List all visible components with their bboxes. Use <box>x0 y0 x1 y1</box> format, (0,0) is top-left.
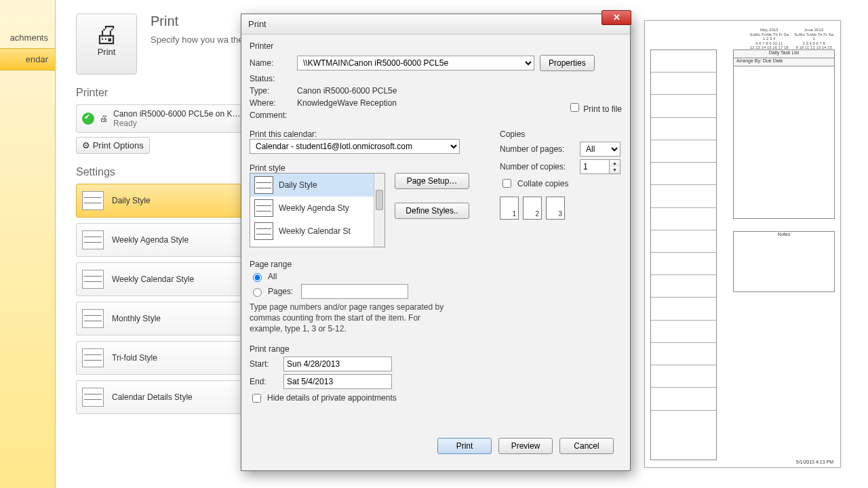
style-icon <box>82 270 104 289</box>
start-label: Start: <box>250 359 278 369</box>
spin-up-icon[interactable]: ▲ <box>610 160 620 167</box>
type-label: Type: <box>250 86 292 96</box>
dialog-cancel-button[interactable]: Cancel <box>559 438 614 454</box>
preview-notes: Notes <box>733 231 835 292</box>
page-range-all[interactable]: All <box>250 271 622 282</box>
hide-private-checkbox[interactable] <box>252 394 261 403</box>
page-range-pages-radio[interactable] <box>253 288 262 297</box>
hide-private-option[interactable]: Hide details of private appointments <box>250 392 622 405</box>
print-calendar-label: Print this calendar: <box>250 129 479 139</box>
where-value: KnowledgeWave Reception <box>297 98 397 108</box>
printer-status: Ready <box>113 119 240 128</box>
style-label: Calendar Details Style <box>112 392 193 402</box>
end-date-input[interactable] <box>283 374 392 389</box>
printer-icon: 🖨 <box>77 22 136 47</box>
mini-month1: May 2013 <box>749 28 789 33</box>
tasklist-title: Daily Task List <box>734 50 834 58</box>
num-pages-select[interactable]: All <box>580 142 620 157</box>
name-label: Name: <box>250 58 292 68</box>
collate-option[interactable]: Collate copies <box>500 177 622 190</box>
style-icon <box>82 348 104 367</box>
gear-icon: ⚙ <box>82 140 90 150</box>
style-label: Weekly Calendar Style <box>112 274 194 284</box>
num-copies-spinner[interactable]: ▲▼ <box>580 159 620 174</box>
backstage-item[interactable]: achments <box>0 27 55 48</box>
collate-diagram: 1 2 3 <box>500 197 622 220</box>
style-label: Tri-fold Style <box>112 353 157 363</box>
printer-section-title: Printer <box>250 41 622 51</box>
num-copies-label: Number of copies: <box>500 162 574 171</box>
style-thumb-icon <box>254 176 273 194</box>
close-button[interactable]: ✕ <box>601 10 631 25</box>
style-scrollbar[interactable] <box>374 174 384 247</box>
properties-button[interactable]: Properties <box>540 55 595 71</box>
style-item-daily[interactable]: Daily Style <box>250 174 384 197</box>
notes-title: Notes <box>734 232 834 237</box>
style-label: Weekly Agenda Style <box>112 235 189 245</box>
print-range-label: Print range <box>250 344 622 354</box>
close-icon: ✕ <box>613 12 620 22</box>
mini-month2-days: SuMo TuWe Th Fr Sa <box>794 33 833 37</box>
print-dialog: Print ✕ Printer Name: \\KWTMAIN\Canon iR… <box>241 14 631 471</box>
spin-down-icon[interactable]: ▼ <box>610 167 620 174</box>
mini-month1-days: SuMo TuWe Th Fr Sa <box>749 33 789 37</box>
collate-checkbox[interactable] <box>502 179 511 188</box>
num-copies-input[interactable] <box>580 159 610 174</box>
preview-footer: 5/1/2013 4:13 PM <box>796 460 833 464</box>
print-preview: May 2013 SuMo TuWe Th Fr Sa 1 2 3 45 6 7… <box>644 20 841 468</box>
style-thumb-icon <box>254 199 273 217</box>
style-icon <box>82 191 104 210</box>
printer-name-select[interactable]: \\KWTMAIN\Canon iR5000-6000 PCL5e <box>297 56 534 70</box>
start-date-input[interactable] <box>283 357 392 371</box>
style-icon <box>82 230 104 249</box>
print-options-button[interactable]: ⚙ Print Options <box>76 137 150 154</box>
dialog-preview-button[interactable]: Preview <box>498 438 553 454</box>
style-listbox[interactable]: Daily Style Weekly Agenda Sty Weekly Cal… <box>250 173 385 247</box>
page-range-pages[interactable]: Pages: <box>250 284 622 299</box>
type-value: Canon iR5000-6000 PCL5e <box>297 86 397 96</box>
style-item-weekly-agenda[interactable]: Weekly Agenda Sty <box>250 197 384 220</box>
style-label: Monthly Style <box>112 314 161 323</box>
mini-month2: June 2013 <box>794 28 833 33</box>
printer-name: Canon iR5000-6000 PCL5e on K… <box>113 109 240 119</box>
calendar-select[interactable]: Calendar - student16@lotl.onmicrosoft.co… <box>250 139 460 154</box>
big-print-button[interactable]: 🖨 Print <box>76 14 137 75</box>
status-label: Status: <box>250 74 292 83</box>
where-label: Where: <box>250 98 292 108</box>
page-range-all-radio[interactable] <box>253 273 262 282</box>
end-label: End: <box>250 377 278 386</box>
copies-section-title: Copies <box>500 129 622 139</box>
style-icon <box>82 388 104 407</box>
comment-label: Comment: <box>250 110 292 120</box>
preview-tasklist: Daily Task List Arrange By: Due Date <box>733 49 835 219</box>
dialog-title: Print <box>248 19 267 29</box>
printer-status-icon <box>82 113 94 125</box>
print-to-file-checkbox[interactable] <box>570 103 579 112</box>
pages-input[interactable] <box>301 284 408 299</box>
big-print-label: Print <box>98 47 116 57</box>
style-label: Daily Style <box>112 196 151 205</box>
style-icon <box>82 309 104 328</box>
page-range-label: Page range <box>250 260 622 269</box>
dialog-print-button[interactable]: Print <box>437 438 492 454</box>
preview-timeslots <box>650 49 717 460</box>
print-style-label: Print style <box>250 163 479 173</box>
arrange-by: Arrange By: Due Date <box>734 58 834 66</box>
printer-id-icon: 🖨 <box>100 114 108 123</box>
define-styles-button[interactable]: Define Styles.. <box>395 203 469 219</box>
style-item-weekly-calendar[interactable]: Weekly Calendar St <box>250 220 384 243</box>
dialog-titlebar: Print ✕ <box>241 14 630 35</box>
print-options-label: Print Options <box>93 140 144 150</box>
style-thumb-icon <box>254 222 273 240</box>
page-setup-button[interactable]: Page Setup… <box>395 173 469 189</box>
num-pages-label: Number of pages: <box>500 144 574 154</box>
backstage-item-selected[interactable]: endar <box>0 48 55 70</box>
backstage-nav: achments endar <box>0 0 56 488</box>
print-to-file[interactable]: Print to file <box>568 104 622 114</box>
page-range-hint: Type page numbers and/or page ranges sep… <box>250 302 453 335</box>
